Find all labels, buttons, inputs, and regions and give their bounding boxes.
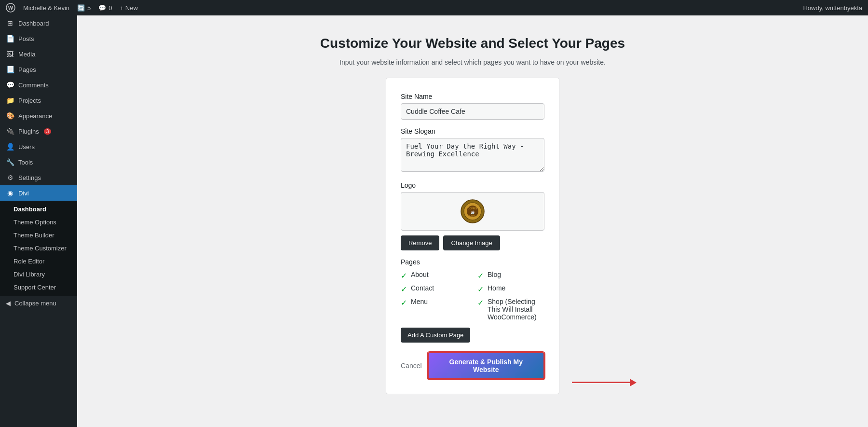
wp-logo-item[interactable]: W bbox=[6, 3, 15, 13]
sidebar-item-users[interactable]: 👤 Users bbox=[0, 139, 77, 154]
updates-item[interactable]: 🔄 5 bbox=[77, 4, 91, 12]
users-icon: 👤 bbox=[6, 143, 14, 151]
generate-publish-button[interactable]: Generate & Publish My Website bbox=[428, 352, 544, 379]
pages-grid: ✓ About ✓ Blog ✓ Contact ✓ bbox=[401, 271, 544, 321]
about-check-icon: ✓ bbox=[401, 271, 407, 280]
contact-label: Contact bbox=[411, 284, 434, 292]
appearance-icon: 🎨 bbox=[6, 112, 14, 120]
site-name-bar[interactable]: Michelle & Kevin bbox=[23, 4, 69, 12]
divi-submenu-theme-customizer[interactable]: Theme Customizer bbox=[0, 242, 77, 255]
sidebar-label-settings: Settings bbox=[18, 174, 41, 181]
sidebar-item-comments[interactable]: 💬 Comments bbox=[0, 77, 77, 93]
page-menu: ✓ Menu bbox=[401, 298, 468, 321]
sidebar-label-media: Media bbox=[18, 51, 35, 58]
divi-icon: ◉ bbox=[6, 189, 14, 197]
blog-check-icon: ✓ bbox=[477, 271, 484, 280]
arrow-annotation bbox=[572, 379, 637, 386]
sidebar-item-pages[interactable]: 📃 Pages bbox=[0, 62, 77, 77]
page-title: Customize Your Website and Select Your P… bbox=[320, 35, 625, 52]
change-image-button[interactable]: Change Image bbox=[443, 235, 500, 250]
sidebar-item-appearance[interactable]: 🎨 Appearance bbox=[0, 108, 77, 124]
svg-text:CAFE: CAFE bbox=[469, 214, 476, 217]
arrow-head bbox=[630, 379, 637, 386]
divi-submenu-theme-builder[interactable]: Theme Builder bbox=[0, 229, 77, 242]
projects-icon: 📁 bbox=[6, 96, 14, 104]
site-name-input[interactable] bbox=[401, 103, 544, 120]
sidebar-item-posts[interactable]: 📄 Posts bbox=[0, 31, 77, 46]
logo-label: Logo bbox=[401, 181, 544, 189]
home-check-icon: ✓ bbox=[477, 285, 484, 294]
page-shop: ✓ Shop (Selecting This Will Install WooC… bbox=[477, 298, 544, 321]
shop-label: Shop (Selecting This Will Install WooCom… bbox=[488, 298, 544, 321]
divi-submenu-theme-options[interactable]: Theme Options bbox=[0, 216, 77, 229]
logo-preview: COFFEE ☕ CAFE bbox=[401, 192, 544, 231]
settings-icon: ⚙ bbox=[6, 174, 14, 181]
updates-count: 5 bbox=[87, 4, 91, 12]
site-slogan-input[interactable]: Fuel Your Day the Right Way - Brewing Ex… bbox=[401, 138, 544, 172]
sidebar-label-posts: Posts bbox=[18, 35, 34, 42]
sidebar-label-comments: Comments bbox=[18, 82, 49, 89]
divi-submenu-role-editor[interactable]: Role Editor bbox=[0, 255, 77, 268]
site-name-group: Site Name bbox=[401, 93, 544, 120]
form-card: Site Name Site Slogan Fuel Your Day the … bbox=[386, 78, 559, 394]
site-name-label: Site Name bbox=[401, 93, 544, 100]
cancel-button[interactable]: Cancel bbox=[401, 362, 422, 370]
arrow-line bbox=[572, 382, 630, 383]
sidebar: ⊞ Dashboard 📄 Posts 🖼 Media 📃 Pages 💬 Co… bbox=[0, 15, 77, 427]
collapse-label: Collapse menu bbox=[14, 300, 56, 307]
pages-label: Pages bbox=[401, 258, 544, 266]
comments-count: 0 bbox=[108, 4, 112, 12]
divi-submenu-dashboard[interactable]: Dashboard bbox=[0, 203, 77, 216]
site-slogan-label: Site Slogan bbox=[401, 127, 544, 135]
comments-sidebar-icon: 💬 bbox=[6, 81, 14, 89]
content-wrapper: Customize Your Website and Select Your P… bbox=[320, 35, 625, 394]
remove-button[interactable]: Remove bbox=[401, 235, 439, 250]
sidebar-item-media[interactable]: 🖼 Media bbox=[0, 46, 77, 62]
posts-icon: 📄 bbox=[6, 35, 14, 42]
page-heading: Customize Your Website and Select Your P… bbox=[320, 35, 625, 68]
sidebar-label-projects: Projects bbox=[18, 97, 41, 104]
plugins-icon: 🔌 bbox=[6, 127, 14, 135]
admin-bar-left: W Michelle & Kevin 🔄 5 💬 0 + New bbox=[6, 3, 138, 13]
sidebar-label-divi: Divi bbox=[18, 190, 29, 197]
wp-logo-icon: W bbox=[6, 3, 15, 13]
content-area: Customize Your Website and Select Your P… bbox=[77, 15, 868, 427]
contact-check-icon: ✓ bbox=[401, 285, 407, 294]
sidebar-label-tools: Tools bbox=[18, 159, 33, 166]
site-slogan-group: Site Slogan Fuel Your Day the Right Way … bbox=[401, 127, 544, 174]
sidebar-label-dashboard: Dashboard bbox=[18, 20, 49, 27]
page-blog: ✓ Blog bbox=[477, 271, 544, 280]
shop-check-icon: ✓ bbox=[477, 298, 484, 307]
logo-buttons: Remove Change Image bbox=[401, 235, 544, 250]
sidebar-item-tools[interactable]: 🔧 Tools bbox=[0, 154, 77, 170]
divi-submenu-support-center[interactable]: Support Center bbox=[0, 281, 77, 294]
sidebar-label-pages: Pages bbox=[18, 66, 36, 73]
sidebar-item-plugins[interactable]: 🔌 Plugins 3 bbox=[0, 124, 77, 139]
svg-text:COFFEE: COFFEE bbox=[468, 207, 478, 210]
media-icon: 🖼 bbox=[6, 50, 14, 58]
form-footer: Cancel Generate & Publish My Website bbox=[401, 352, 544, 379]
tools-icon: 🔧 bbox=[6, 158, 14, 166]
collapse-icon: ◀ bbox=[6, 300, 11, 307]
admin-bar: W Michelle & Kevin 🔄 5 💬 0 + New Howdy, … bbox=[0, 0, 868, 15]
main-layout: ⊞ Dashboard 📄 Posts 🖼 Media 📃 Pages 💬 Co… bbox=[0, 15, 868, 427]
comments-item[interactable]: 💬 0 bbox=[98, 4, 112, 12]
sidebar-item-divi[interactable]: ◉ Divi bbox=[0, 185, 77, 201]
divi-submenu-divi-library[interactable]: Divi Library bbox=[0, 268, 77, 281]
home-label: Home bbox=[488, 284, 505, 292]
page-contact: ✓ Contact bbox=[401, 284, 468, 294]
svg-text:W: W bbox=[8, 5, 14, 11]
page-home: ✓ Home bbox=[477, 284, 544, 294]
howdy-text: Howdy, writtenbyekta bbox=[803, 4, 862, 12]
pages-section: Pages ✓ About ✓ Blog ✓ Contact bbox=[401, 258, 544, 352]
sidebar-item-settings[interactable]: ⚙ Settings bbox=[0, 170, 77, 185]
add-custom-page-button[interactable]: Add A Custom Page bbox=[401, 328, 470, 343]
sidebar-item-projects[interactable]: 📁 Projects bbox=[0, 93, 77, 108]
divi-submenu: Dashboard Theme Options Theme Builder Th… bbox=[0, 201, 77, 296]
sidebar-item-dashboard[interactable]: ⊞ Dashboard bbox=[0, 15, 77, 31]
sidebar-label-plugins: Plugins bbox=[18, 128, 39, 135]
svg-text:☕: ☕ bbox=[470, 210, 475, 214]
collapse-menu[interactable]: ◀ Collapse menu bbox=[0, 296, 77, 311]
new-item[interactable]: + New bbox=[120, 4, 138, 12]
blog-label: Blog bbox=[488, 271, 501, 278]
